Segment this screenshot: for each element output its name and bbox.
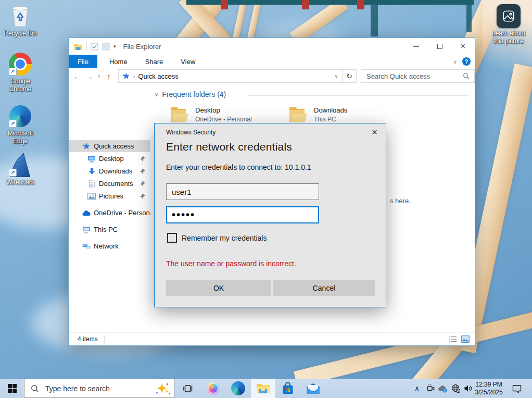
- desktop-icon-microsoft-edge[interactable]: ↗ Microsoft Edge: [0, 104, 41, 145]
- edge-icon: [231, 381, 245, 395]
- search-icon: [31, 384, 39, 393]
- large-icons-view-icon[interactable]: [461, 335, 470, 343]
- taskbar-clock[interactable]: 12:39 PM 3/25/2025: [472, 379, 506, 398]
- clock-time: 12:39 PM: [475, 381, 502, 389]
- navigation-bar: ← → ∨ ↑ › Quick access ∨ ↻: [69, 68, 475, 84]
- desktop-icon-label: Microsoft Edge: [0, 130, 41, 145]
- taskbar-search[interactable]: [24, 379, 174, 398]
- folder-icon: [170, 106, 189, 123]
- onedrive-sync-icon: [438, 384, 448, 393]
- taskbar-search-input[interactable]: [44, 384, 154, 393]
- sidebar-item-documents[interactable]: Documents: [69, 178, 150, 190]
- chrome-icon: ↗: [8, 52, 32, 76]
- copilot-button[interactable]: [201, 379, 225, 398]
- file-explorer-taskbar-button[interactable]: [251, 379, 275, 398]
- recent-files-partial-text: s here.: [390, 197, 411, 205]
- recent-locations-icon[interactable]: ∨: [95, 73, 103, 79]
- refresh-button[interactable]: ↻: [343, 69, 357, 83]
- store-icon: [282, 382, 294, 395]
- quick-access-toolbar: ▾: [69, 42, 120, 51]
- ribbon-tabs: File Home Share View: [69, 55, 475, 69]
- window-controls: ×: [404, 38, 475, 55]
- network-icon: [82, 242, 91, 251]
- quick-access-star-icon: [122, 72, 130, 80]
- mail-icon: [306, 383, 320, 394]
- desktop-icon-google-chrome[interactable]: ↗ Google Chrome: [0, 52, 41, 93]
- desktop-icon-wireshark[interactable]: ↗ Wireshark: [0, 153, 41, 186]
- meet-now-button[interactable]: [424, 379, 437, 398]
- tab-home[interactable]: Home: [100, 55, 136, 68]
- pin-icon: [140, 193, 146, 200]
- minimize-button[interactable]: [404, 38, 428, 55]
- up-button[interactable]: ↑: [103, 72, 115, 81]
- tab-file[interactable]: File: [69, 55, 97, 68]
- tab-share[interactable]: Share: [136, 55, 172, 68]
- ribbon-collapse-icon[interactable]: ∨: [453, 59, 457, 65]
- sidebar-item-network[interactable]: Network: [69, 240, 150, 252]
- search-box[interactable]: [361, 69, 475, 83]
- taskbar: ∧: [0, 379, 532, 398]
- ok-button[interactable]: OK: [166, 280, 271, 296]
- search-icon: [463, 72, 470, 80]
- shortcut-arrow-icon: ↗: [9, 68, 17, 76]
- address-dropdown-icon[interactable]: ∨: [331, 73, 343, 79]
- copilot-icon: [207, 382, 220, 395]
- desktop-monitor-icon: [87, 155, 96, 163]
- tray-show-hidden-icons[interactable]: ∧: [411, 379, 423, 398]
- status-bar: 4 items: [69, 332, 475, 345]
- sidebar-item-desktop[interactable]: Desktop: [69, 153, 150, 165]
- tile-subtitle: OneDrive - Personal: [195, 116, 252, 123]
- sidebar-item-label: Documents: [99, 180, 133, 188]
- action-center-button[interactable]: [509, 379, 525, 398]
- sidebar-item-label: OneDrive - Personal: [94, 209, 155, 217]
- desktop-icon-recycle-bin[interactable]: Recycle Bin: [0, 4, 41, 38]
- address-bar[interactable]: › Quick access ∨: [118, 69, 343, 83]
- sidebar-item-pictures[interactable]: Pictures: [69, 190, 150, 202]
- tile-subtitle: This PC: [314, 116, 347, 123]
- close-button[interactable]: ×: [451, 38, 475, 55]
- onedrive-tray-button[interactable]: [437, 379, 449, 398]
- sidebar-item-quick-access[interactable]: Quick access: [69, 140, 150, 152]
- start-button[interactable]: [0, 379, 24, 398]
- tab-view[interactable]: View: [172, 55, 204, 68]
- sidebar-item-this-pc[interactable]: This PC: [69, 223, 150, 235]
- qat-new-folder-icon[interactable]: [102, 43, 110, 51]
- error-message: The user name or password is incorrect.: [166, 259, 296, 268]
- sidebar-item-downloads[interactable]: Downloads: [69, 165, 150, 177]
- desktop-icon-label: Wireshark: [6, 179, 34, 186]
- cancel-button[interactable]: Cancel: [273, 280, 375, 296]
- clock-date: 3/25/2025: [475, 389, 502, 396]
- sidebar-item-label: Desktop: [99, 155, 124, 163]
- edge-taskbar-button[interactable]: [226, 379, 250, 398]
- breadcrumb-separator: ›: [133, 73, 135, 79]
- forward-button[interactable]: →: [83, 72, 96, 81]
- group-header[interactable]: ∨ Frequent folders (4): [155, 90, 226, 98]
- task-view-button[interactable]: [176, 379, 200, 398]
- breadcrumb[interactable]: Quick access: [138, 72, 178, 80]
- qat-properties-icon[interactable]: [91, 43, 98, 51]
- microsoft-store-button[interactable]: [276, 379, 300, 398]
- pictures-icon: [87, 192, 96, 201]
- download-arrow-icon: [87, 167, 96, 176]
- qat-customize-dropdown-icon[interactable]: ▾: [113, 44, 116, 49]
- title-bar: ▾ File Explorer ×: [69, 38, 475, 55]
- back-button[interactable]: ←: [71, 72, 83, 81]
- username-field[interactable]: [166, 183, 319, 200]
- sidebar-item-label: This PC: [94, 226, 118, 233]
- remember-credentials-label: Remember my credentials: [182, 234, 267, 242]
- learn-about-picture[interactable]: Learn about this picture: [487, 4, 530, 45]
- maximize-button[interactable]: [428, 38, 451, 55]
- password-field[interactable]: [166, 206, 319, 223]
- sidebar-item-onedrive[interactable]: OneDrive - Personal: [69, 207, 150, 219]
- search-input[interactable]: [365, 72, 463, 81]
- mail-button[interactable]: [301, 379, 325, 398]
- collapse-chevron-icon: ∨: [155, 92, 158, 97]
- tile-title: Downloads: [314, 106, 347, 114]
- help-icon[interactable]: ?: [462, 57, 471, 66]
- pin-icon: [140, 156, 146, 162]
- task-view-icon: [183, 383, 193, 394]
- dialog-close-icon[interactable]: ×: [370, 126, 379, 138]
- remember-credentials-checkbox[interactable]: [167, 233, 177, 243]
- network-status-button[interactable]: [449, 379, 462, 398]
- details-view-icon[interactable]: [449, 335, 457, 343]
